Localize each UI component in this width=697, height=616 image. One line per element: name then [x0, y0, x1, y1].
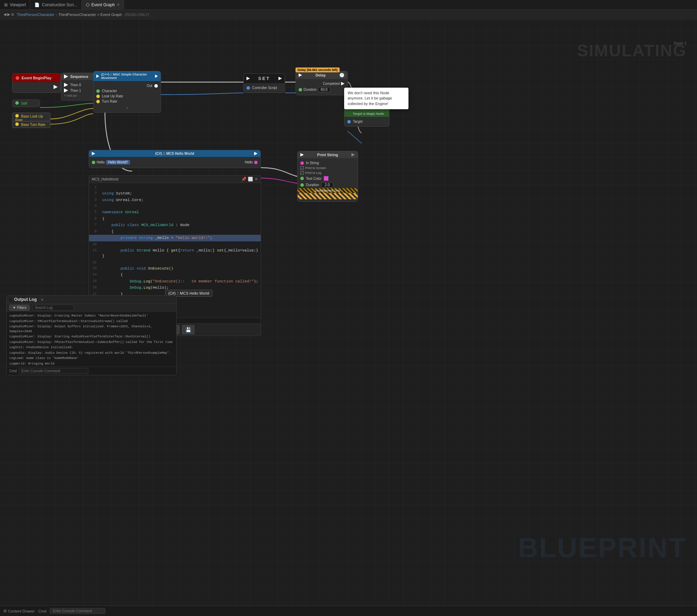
mcs-hello-world-node[interactable]: (C#) :: MCS Hello World Hello Hello Worl…	[89, 150, 261, 168]
base-look-out-pin	[15, 114, 19, 118]
hello-value[interactable]: Hello World!!	[106, 160, 130, 165]
out-label: Out	[147, 84, 152, 88]
base-turn-rate-node[interactable]: Base Turn Rate	[12, 121, 50, 128]
close-icon[interactable]: ✕	[117, 3, 120, 7]
output-log-panel[interactable]: ≡ Output Log ✕ ▼ Filters LogAudioMixer: …	[6, 295, 177, 375]
filters-label: Filters	[17, 306, 26, 310]
viewport-icon: ⊞	[4, 2, 8, 7]
content-drawer-btn[interactable]: ⊞ Content Drawer	[3, 609, 35, 613]
event-begin-title: Event BeginPlay	[22, 76, 51, 80]
then0-label: Then 0	[70, 83, 81, 87]
turn-rate-pin-label: Turn Rate	[102, 99, 117, 103]
log-line: LogLoad: Game class is 'GameModeBase'	[9, 356, 173, 361]
code-panel-title: MCS_HelloWorld 📌 ⬜ ✕	[89, 176, 261, 183]
output-log-title: Output Log	[14, 297, 37, 302]
log-search-input[interactable]	[32, 305, 74, 311]
character-link[interactable]: ThirdPersonCharacter	[17, 13, 54, 17]
filters-button[interactable]: ▼ Filters	[9, 305, 30, 311]
self-node[interactable]: Self	[12, 99, 40, 107]
output-toolbar: ▼ Filters	[7, 304, 176, 312]
completed-pin[interactable]	[341, 82, 345, 86]
code-close-icon[interactable]: ✕	[254, 177, 258, 182]
target-label: Target	[353, 120, 363, 123]
base-turn-label: Base Turn Rate	[21, 123, 45, 127]
code-save-btn[interactable]: 💾	[182, 325, 194, 334]
code-pin-icon[interactable]: 📌	[241, 177, 246, 182]
in-string-label: In String	[306, 161, 319, 165]
tooltip-box: We don't need this Node anymore. Let it …	[344, 88, 408, 109]
print-to-screen-checkbox[interactable]: ✓	[300, 166, 304, 170]
print-to-log-label: Print to Log	[305, 171, 321, 175]
content-drawer-label: Content Drawer	[8, 609, 35, 613]
caution-stripe	[298, 193, 358, 199]
top-bar: ⊞ Viewport 📄 Construction Scri... ⬡ Even…	[0, 0, 697, 10]
mgc-out-pin	[155, 74, 158, 78]
blueprint-canvas[interactable]: Zoom 1 SIMULATING	[0, 19, 697, 616]
add-pin-button[interactable]: + Add pin	[64, 94, 77, 97]
code-panel-name: MCS_HelloWorld	[92, 177, 119, 181]
bottom-cmd-label: Cmd	[38, 609, 46, 613]
then1-label: Then 1	[70, 89, 81, 93]
node-tooltip-text: (C#) :: MCS Hello World	[168, 291, 209, 295]
log-line: LogInit: FAudioDevice initialized.	[9, 345, 173, 351]
print-out-pin	[351, 153, 355, 157]
hello-in-pin	[92, 152, 95, 155]
nav-arrows[interactable]: ⊞	[11, 13, 14, 16]
hello-output-label: Hello	[245, 160, 253, 164]
character-pin-label: Character	[102, 89, 117, 93]
print-to-screen-label: Print to Screen	[305, 166, 326, 170]
print-duration-value[interactable]: 2.0	[321, 182, 333, 187]
clock-icon: 🕐	[339, 73, 345, 78]
event-begin-play-node[interactable]: ⊛ Event BeginPlay	[12, 73, 61, 93]
output-close-btn[interactable]: ✕	[41, 298, 43, 302]
log-line: LogAudioMixer: Display: Starting AudioMi…	[9, 334, 173, 340]
delay-node[interactable]: Delay 🕐 Completed Duration 60.0	[295, 71, 348, 95]
code-window-icon[interactable]: ⬜	[248, 177, 253, 182]
filter-icon: ▼	[13, 306, 16, 310]
print-to-log-checkbox[interactable]: ✓	[300, 171, 304, 175]
mgc-character-movement-node[interactable]: (C++) :: MGC Simple Character Movement O…	[93, 71, 161, 113]
tab-construction-script[interactable]: 📄 Construction Scri...	[30, 0, 81, 9]
breadcrumb: ◀ ▶ ⊞ ThirdPersonCharacter › ThirdPerson…	[0, 10, 697, 19]
text-color-box[interactable]	[324, 176, 329, 181]
then0-pin[interactable]	[64, 83, 68, 87]
duration-label2: Duration	[306, 183, 319, 187]
readonly-badge: (READ-ONLY)	[125, 13, 149, 17]
event-graph-link[interactable]: ThirdPersonCharacter > Event Graph	[58, 13, 122, 17]
tab-viewport[interactable]: ⊞ Viewport	[0, 0, 30, 9]
graph-icon: ⬡	[86, 2, 89, 7]
log-line: LogAudioMixer: Display: Output buffers i…	[9, 324, 173, 334]
event-icon: ⊛	[15, 75, 19, 81]
log-content[interactable]: LogAudioMixer: Display: Creating Master …	[7, 312, 176, 367]
set-title: SET	[258, 76, 270, 81]
set-node[interactable]: SET Controller Script	[243, 73, 285, 93]
mgc-title: (C++) :: MGC Simple Character Movement	[101, 73, 153, 80]
completed-label: Completed	[323, 82, 340, 86]
delay-timer-badge: Delay (56.981 seconds left)	[295, 67, 340, 72]
log-line: LogWorld: Bringing World /Game/ThirdPers…	[9, 361, 173, 367]
self-label: Self	[21, 102, 27, 105]
print-title: Print String	[306, 153, 349, 157]
print-string-node[interactable]: Print String In String ✓ Print to Screen…	[297, 151, 358, 202]
text-color-label: Text Color	[306, 177, 322, 181]
bottom-cmd-input[interactable]	[50, 608, 105, 614]
cmd-input[interactable]	[19, 368, 88, 374]
mgc-in-pin	[96, 74, 99, 78]
then1-pin[interactable]	[64, 88, 68, 93]
blueprint-watermark: BLUEPRINT	[518, 532, 687, 564]
log-line: LogAudio: Display: Audio Device (ID: 5) …	[9, 351, 173, 356]
mgc-expand-icon[interactable]: ⌄	[125, 105, 129, 110]
output-log-icon: ≡	[9, 298, 11, 302]
base-turn-out-pin	[15, 122, 19, 126]
tab-event-graph[interactable]: ⬡ Event Graph ✕	[82, 0, 124, 9]
simulating-watermark: SIMULATING	[577, 41, 687, 60]
controller-script-label: Controller Script	[252, 86, 277, 90]
set-out-pin	[278, 77, 282, 80]
output-cmd-bar: Cmd	[7, 367, 176, 375]
delay-title: Delay	[304, 73, 337, 77]
log-line: LogAudioMixer: Display: FMixerPlatformXA…	[9, 340, 173, 345]
duration-value[interactable]: 60.0	[318, 87, 330, 92]
dev-only-badge: Development Only	[298, 188, 358, 193]
sequence-in-pin[interactable]	[64, 74, 68, 79]
begin-out-pin[interactable]	[54, 85, 58, 90]
